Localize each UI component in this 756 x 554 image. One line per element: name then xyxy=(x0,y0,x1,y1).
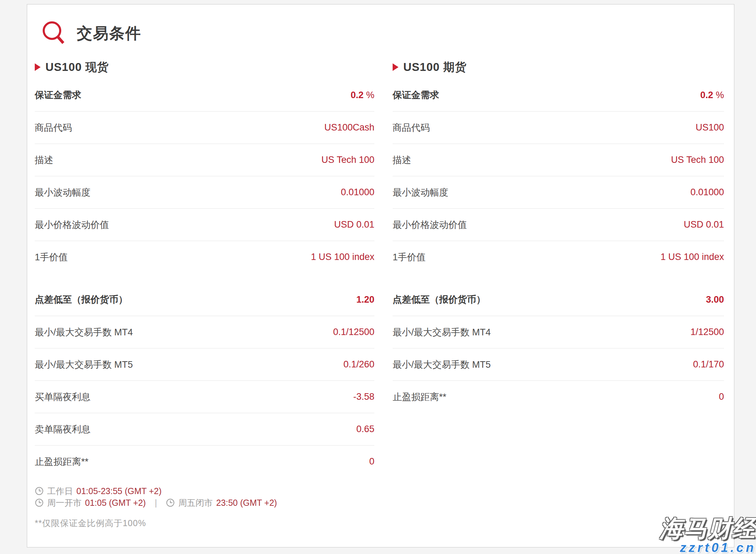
value-suffix: % xyxy=(713,90,724,100)
row-value: 0.01000 xyxy=(690,187,724,198)
row-label: 止盈损距离** xyxy=(393,391,446,403)
row-label: 买单隔夜利息 xyxy=(35,391,90,403)
table-row: 最小价格波动价值USD 0.01 xyxy=(35,208,374,241)
row-label: 最小波动幅度 xyxy=(393,186,448,199)
row-label: 最小波动幅度 xyxy=(35,186,90,199)
schedule-label: 周五闭市 xyxy=(178,497,213,509)
row-label: 描述 xyxy=(35,154,53,166)
table-row: 卖单隔夜利息0.65 xyxy=(35,413,374,445)
table-row: 最小价格波动价值USD 0.01 xyxy=(393,208,724,241)
row-label: 最小/最大交易手数 MT5 xyxy=(393,358,491,371)
page-header: 交易条件 xyxy=(42,20,723,46)
table-row: 最小/最大交易手数 MT40.1/12500 xyxy=(35,316,374,348)
row-value: US100 xyxy=(695,122,724,133)
margin-note: **仅限保证金比例高于100% xyxy=(35,518,723,529)
table-row: 止盈损距离**0 xyxy=(393,380,724,413)
row-value: 1.20 xyxy=(356,294,374,305)
row-value: US100Cash xyxy=(324,122,374,133)
row-label: 1手价值 xyxy=(35,251,68,263)
row-value: 0.1/260 xyxy=(343,359,374,370)
table-section: 点差低至（报价货币）3.00最小/最大交易手数 MT41/12500最小/最大交… xyxy=(393,283,724,413)
clock-icon xyxy=(166,498,175,507)
table-row: 最小/最大交易手数 MT50.1/260 xyxy=(35,348,374,380)
table-row: 买单隔夜利息-3.58 xyxy=(35,380,374,413)
table-row: 最小波动幅度0.01000 xyxy=(393,176,724,208)
row-value: US Tech 100 xyxy=(671,155,724,165)
schedule-time: 01:05 (GMT +2) xyxy=(85,498,146,508)
row-value: 1 US 100 index xyxy=(311,252,374,262)
watermark-brand: 海马财经 xyxy=(660,516,756,540)
table-row: 保证金需求0.2 % xyxy=(35,79,374,111)
table-section: 点差低至（报价货币）1.20最小/最大交易手数 MT40.1/12500最小/最… xyxy=(35,283,374,478)
row-value: 0.2 % xyxy=(700,90,724,101)
row-value: 0.1/170 xyxy=(693,359,724,370)
clock-icon xyxy=(35,498,44,507)
row-label: 保证金需求 xyxy=(35,89,81,101)
row-value: 1/12500 xyxy=(690,327,724,337)
watermark-url: zzrt01.cn xyxy=(660,541,756,554)
value-suffix: % xyxy=(363,90,374,100)
row-label: 最小/最大交易手数 MT4 xyxy=(35,326,133,338)
row-label: 点差低至（报价货币） xyxy=(35,293,128,306)
watermark: 海马财经 zzrt01.cn xyxy=(660,516,756,554)
row-value: 0.65 xyxy=(356,424,374,435)
instrument-title: US100 期货 xyxy=(403,60,467,75)
instrument-table: US100 现货保证金需求0.2 %商品代码US100Cash描述US Tech… xyxy=(35,59,374,478)
row-value: 0 xyxy=(719,391,724,402)
schedule-time: 23:50 (GMT +2) xyxy=(216,498,277,508)
schedule-label: 周一开市 xyxy=(47,497,82,509)
table-section: 保证金需求0.2 %商品代码US100Cash描述US Tech 100最小波动… xyxy=(35,79,374,273)
table-row: 1手价值1 US 100 index xyxy=(35,241,374,273)
page-title: 交易条件 xyxy=(77,23,141,44)
schedule-line: 工作日01:05-23:55 (GMT +2) xyxy=(35,485,723,497)
table-row: 最小/最大交易手数 MT41/12500 xyxy=(393,316,724,348)
table-row: 最小波动幅度0.01000 xyxy=(35,176,374,208)
table-row: 保证金需求0.2 % xyxy=(393,79,724,111)
row-value: 3.00 xyxy=(706,294,724,305)
row-value: USD 0.01 xyxy=(684,219,724,230)
row-value: -3.58 xyxy=(353,391,374,402)
row-label: 描述 xyxy=(393,154,411,166)
row-label: 最小/最大交易手数 MT4 xyxy=(393,326,491,338)
table-row: 点差低至（报价货币）1.20 xyxy=(35,283,374,316)
row-label: 止盈损距离** xyxy=(35,456,88,468)
row-label: 最小/最大交易手数 MT5 xyxy=(35,358,133,371)
row-value: 0.01000 xyxy=(341,187,374,198)
row-value: US Tech 100 xyxy=(321,155,374,165)
clock-icon xyxy=(35,487,44,495)
row-value: 0.1/12500 xyxy=(333,327,374,337)
row-label: 1手价值 xyxy=(393,251,426,263)
tables-container: US100 现货保证金需求0.2 %商品代码US100Cash描述US Tech… xyxy=(35,59,723,478)
table-row: 商品代码US100 xyxy=(393,111,724,144)
row-value: 1 US 100 index xyxy=(660,252,724,262)
schedule-time: 01:05-23:55 (GMT +2) xyxy=(76,486,162,496)
row-value: USD 0.01 xyxy=(334,219,374,230)
instrument-header: US100 期货 xyxy=(393,59,724,75)
triangle-right-icon xyxy=(35,63,41,71)
table-row: 最小/最大交易手数 MT50.1/170 xyxy=(393,348,724,380)
schedule-divider: | xyxy=(155,498,157,508)
search-icon xyxy=(42,20,66,47)
row-value: 0.2 % xyxy=(351,90,374,101)
schedule-label: 工作日 xyxy=(47,485,73,497)
row-label: 最小价格波动价值 xyxy=(393,219,467,231)
triangle-right-icon xyxy=(393,63,398,71)
schedule-lines: 工作日01:05-23:55 (GMT +2)周一开市01:05 (GMT +2… xyxy=(35,485,723,509)
schedule-line: 周一开市01:05 (GMT +2)|周五闭市23:50 (GMT +2) xyxy=(35,497,723,509)
table-row: 止盈损距离**0 xyxy=(35,445,374,478)
trading-hours-footer: 工作日01:05-23:55 (GMT +2)周一开市01:05 (GMT +2… xyxy=(35,485,723,529)
row-value: 0 xyxy=(369,456,374,467)
instrument-header: US100 现货 xyxy=(35,59,374,75)
row-label: 最小价格波动价值 xyxy=(35,219,109,231)
table-row: 描述US Tech 100 xyxy=(35,144,374,176)
table-section: 保证金需求0.2 %商品代码US100描述US Tech 100最小波动幅度0.… xyxy=(393,79,724,273)
row-label: 点差低至（报价货币） xyxy=(393,293,486,306)
table-row: 1手价值1 US 100 index xyxy=(393,241,724,273)
trading-conditions-panel: 交易条件 US100 现货保证金需求0.2 %商品代码US100Cash描述US… xyxy=(27,4,734,547)
row-label: 商品代码 xyxy=(35,122,72,134)
row-label: 卖单隔夜利息 xyxy=(35,423,90,436)
instrument-table: US100 期货保证金需求0.2 %商品代码US100描述US Tech 100… xyxy=(393,59,724,478)
table-row: 商品代码US100Cash xyxy=(35,111,374,144)
row-label: 保证金需求 xyxy=(393,89,439,101)
table-row: 点差低至（报价货币）3.00 xyxy=(393,283,724,316)
